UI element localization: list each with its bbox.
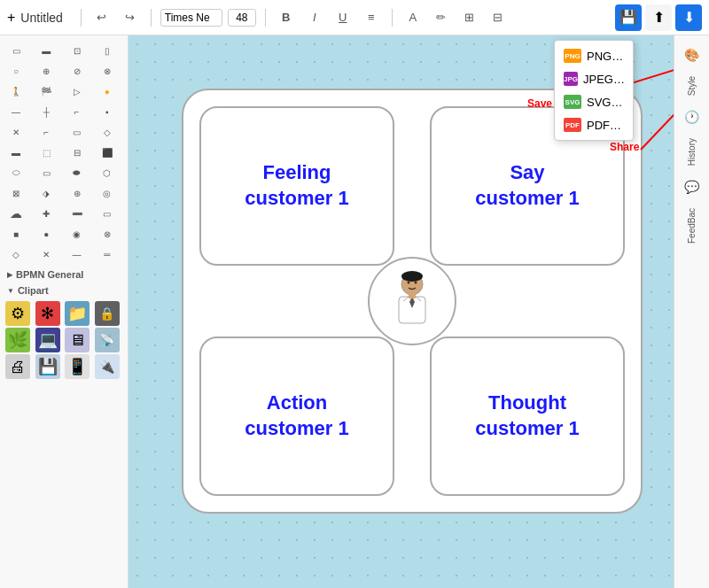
quadrant-thought[interactable]: Thought customer 1	[430, 337, 625, 496]
main-layout: ▭ ▬ ⊡ ▯ ○ ⊕ ⊘ ⊗ 🚶 🏁 ▷ ● — ┼ ⌐ ▪ ✕ ⌐ ▭ ◇ …	[0, 35, 709, 588]
tool-rect5[interactable]: ▭	[95, 204, 120, 223]
tool-orange[interactable]: ●	[95, 81, 120, 101]
clipart-item-9[interactable]: 🖨	[5, 354, 30, 379]
tool-cross[interactable]: ┼	[34, 102, 58, 121]
clipart-item-1[interactable]: ⚙	[5, 301, 30, 326]
divider3	[265, 9, 266, 27]
clipart-grid: ⚙ ✻ 📁 🔒 🌿 💻 🖥 📡 🖨 💾 📱 🔌	[2, 298, 126, 383]
clipart-item-12[interactable]: 🔌	[95, 354, 120, 379]
tool-person[interactable]: 🚶	[4, 81, 28, 101]
align-button[interactable]: ≡	[360, 6, 383, 29]
tool-box[interactable]: ▪	[95, 102, 120, 121]
tool-rect3[interactable]: ⊡	[65, 41, 90, 60]
tool-sq1[interactable]: ■	[4, 224, 28, 244]
clipart-item-5[interactable]: 🌿	[5, 328, 30, 352]
more-button[interactable]: ⊟	[487, 6, 510, 29]
feedback-label[interactable]: FeedBac	[687, 205, 697, 247]
pdf-label: PDF…	[587, 119, 621, 132]
export-svg[interactable]: SVG SVG…	[555, 90, 633, 113]
style-button[interactable]: 🎨	[678, 41, 706, 69]
font-family-input[interactable]	[160, 9, 222, 27]
tool-flag[interactable]: 🏁	[34, 81, 58, 101]
tool-pill[interactable]: ⬭	[4, 163, 28, 182]
tool-process[interactable]: ▭	[65, 122, 90, 142]
person-svg	[381, 268, 443, 335]
jpeg-icon: JPG	[564, 72, 578, 86]
tool-hrule[interactable]: —	[4, 102, 28, 121]
tool-dash[interactable]: ⬚	[34, 143, 58, 162]
table-insert-button[interactable]: ⊞	[458, 6, 481, 29]
history-label[interactable]: History	[687, 135, 697, 169]
export-jpeg[interactable]: JPG JPEG…	[555, 67, 633, 90]
clipart-item-11[interactable]: 📱	[65, 354, 90, 379]
right-sidebar: 🎨 Style 🕐 History 💬 FeedBac	[674, 35, 709, 588]
clipart-item-8[interactable]: 📡	[95, 328, 120, 352]
center-person-circle[interactable]	[368, 257, 456, 345]
tool-x[interactable]: ✕	[4, 122, 28, 142]
clipart-item-2[interactable]: ✻	[35, 301, 60, 326]
bold-button[interactable]: B	[275, 6, 298, 29]
redo-button[interactable]: ↪	[119, 6, 142, 29]
style-label[interactable]: Style	[687, 73, 697, 99]
tool-tri3[interactable]: —	[65, 244, 90, 264]
svg-point-2	[415, 281, 417, 283]
tool-roundrect[interactable]: ▭	[34, 163, 58, 182]
quadrant-feeling[interactable]: Feeling customer 1	[199, 106, 394, 266]
tool-step[interactable]: ▷	[65, 81, 90, 101]
tool-tri4[interactable]: ═	[95, 244, 120, 264]
export-button[interactable]: ⬇	[675, 4, 702, 31]
tool-tri1[interactable]: ◇	[4, 244, 28, 264]
clipart-item-4[interactable]: 🔒	[95, 301, 120, 326]
share-button[interactable]: ⬆	[645, 4, 672, 31]
tool-db[interactable]: ⊛	[65, 183, 90, 203]
tool-deco2[interactable]: ⬛	[95, 143, 120, 162]
undo-button[interactable]: ↩	[90, 6, 113, 29]
tool-rect[interactable]: ▭	[4, 41, 28, 60]
feeling-text: Feeling customer 1	[245, 160, 348, 211]
underline-button[interactable]: U	[331, 6, 354, 29]
canvas-area[interactable]: Feeling customer 1 Say customer 1 Action…	[129, 35, 674, 588]
clipart-item-10[interactable]: 💾	[35, 354, 60, 379]
clipart-label: Clipart	[18, 285, 49, 296]
highlight-button[interactable]: ✏	[430, 6, 453, 29]
clipart-item-3[interactable]: 📁	[65, 301, 90, 326]
tool-rect4[interactable]: ▯	[95, 41, 120, 60]
font-color-button[interactable]: A	[401, 6, 425, 29]
tool-corner[interactable]: ⌐	[34, 122, 58, 142]
tool-ellipse[interactable]: ⬬	[65, 163, 90, 182]
tool-rect2[interactable]: ▬	[34, 41, 58, 60]
tool-bracket[interactable]: ⌐	[65, 102, 90, 121]
tool-sq3[interactable]: ◉	[65, 224, 90, 244]
clipart-section[interactable]: ▼ Clipart	[2, 282, 126, 298]
tool-sq4[interactable]: ⊗	[95, 224, 120, 244]
tool-diamond[interactable]: ⊕	[34, 61, 58, 81]
tool-deco1[interactable]: ⊟	[65, 143, 90, 162]
save-button[interactable]: 💾	[615, 4, 642, 31]
title: Untitled	[20, 11, 62, 25]
italic-button[interactable]: I	[303, 6, 326, 29]
tool-arrow[interactable]: ⊘	[65, 61, 90, 81]
history-button[interactable]: 🕐	[678, 103, 706, 131]
quadrant-action[interactable]: Action customer 1	[199, 337, 394, 496]
tool-sq2[interactable]: ●	[34, 224, 58, 244]
tool-drum[interactable]: ⊠	[4, 183, 28, 203]
bpmn-section[interactable]: ▶ BPMN General	[2, 266, 126, 282]
export-pdf[interactable]: PDF PDF…	[555, 113, 633, 136]
tool-circ2[interactable]: ◎	[95, 183, 120, 203]
tool-line[interactable]: ⊗	[95, 61, 120, 81]
tool-data[interactable]: ⬗	[34, 183, 58, 203]
tool-gate[interactable]: ◇	[95, 122, 120, 142]
clipart-item-6[interactable]: 💻	[35, 328, 60, 352]
tool-hexagon[interactable]: ⬡	[95, 163, 120, 182]
export-png[interactable]: PNG PNG…	[555, 44, 633, 67]
font-size-input[interactable]	[228, 9, 256, 27]
tool-circle[interactable]: ○	[4, 61, 28, 81]
tool-cross2[interactable]: ✚	[34, 204, 58, 223]
tool-tri2[interactable]: ✕	[34, 244, 58, 264]
tool-minus[interactable]: ➖	[65, 204, 90, 223]
action-text: Action customer 1	[245, 391, 348, 441]
feedback-button[interactable]: 💬	[678, 173, 706, 201]
tool-cloud[interactable]: ☁	[4, 204, 28, 223]
tool-hbar[interactable]: ▬	[4, 143, 28, 162]
clipart-item-7[interactable]: 🖥	[65, 328, 90, 352]
